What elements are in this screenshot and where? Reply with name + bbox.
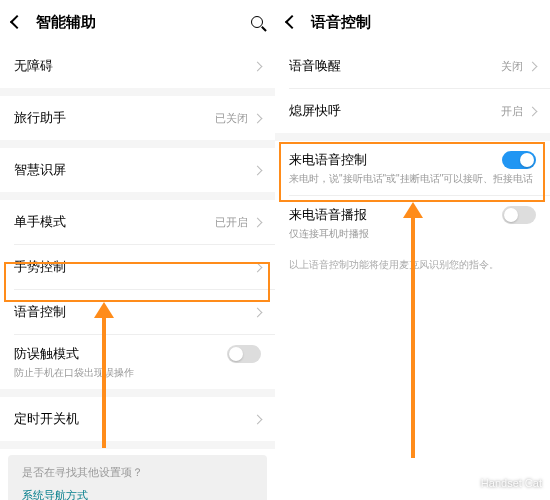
- row-desc: 防止手机在口袋出现误操作: [14, 366, 134, 379]
- suggest-question: 是否在寻找其他设置项？: [22, 465, 253, 480]
- chevron-right-icon: [253, 414, 263, 424]
- row-broadcast[interactable]: 来电语音播报 仅连接耳机时播报: [275, 196, 550, 250]
- row-travel[interactable]: 旅行助手 已关闭: [0, 96, 275, 140]
- broadcast-toggle[interactable]: [502, 206, 536, 224]
- row-desc: 来电时，说"接听电话"或"挂断电话"可以接听、拒接电话: [289, 172, 533, 185]
- row-status: 关闭: [501, 59, 523, 74]
- left-header: 智能辅助: [0, 0, 275, 44]
- row-quick-call[interactable]: 熄屏快呼 开启: [275, 89, 550, 133]
- back-icon[interactable]: [285, 15, 299, 29]
- watermark: Handset Cat: [459, 474, 542, 492]
- footnote: 以上语音控制功能将使用麦克风识别您的指令。: [275, 250, 550, 280]
- row-label: 定时开关机: [14, 410, 254, 428]
- divider: [0, 88, 275, 96]
- divider: [275, 133, 550, 141]
- row-voice-control[interactable]: 语音控制: [0, 290, 275, 334]
- chevron-right-icon: [528, 106, 538, 116]
- row-onehand[interactable]: 单手模式 已开启: [0, 200, 275, 244]
- row-status: 已关闭: [215, 111, 248, 126]
- row-voice-wake[interactable]: 语音唤醒 关闭: [275, 44, 550, 88]
- row-label: 熄屏快呼: [289, 102, 501, 120]
- back-icon[interactable]: [10, 15, 24, 29]
- incoming-voice-toggle[interactable]: [502, 151, 536, 169]
- row-label: 来电语音控制: [289, 151, 502, 169]
- suggest-link[interactable]: 系统导航方式: [22, 488, 253, 500]
- row-desc: 仅连接耳机时播报: [289, 227, 369, 240]
- row-label: 防误触模式: [14, 345, 227, 363]
- chevron-right-icon: [253, 262, 263, 272]
- row-accessibility[interactable]: 无障碍: [0, 44, 275, 88]
- chevron-right-icon: [253, 217, 263, 227]
- row-label: 单手模式: [14, 213, 215, 231]
- divider: [0, 389, 275, 397]
- search-button[interactable]: [251, 16, 263, 28]
- page-title: 语音控制: [311, 13, 371, 32]
- left-screen: 智能辅助 无障碍 旅行助手 已关闭 智慧识屏 单手模式 已开启 手势控制 语音控…: [0, 0, 275, 500]
- row-label: 语音唤醒: [289, 57, 501, 75]
- row-mistouch[interactable]: 防误触模式 防止手机在口袋出现误操作: [0, 335, 275, 389]
- row-label: 无障碍: [14, 57, 254, 75]
- chevron-right-icon: [253, 113, 263, 123]
- chevron-right-icon: [253, 61, 263, 71]
- cat-icon: [459, 474, 477, 492]
- row-timer[interactable]: 定时开关机: [0, 397, 275, 441]
- row-label: 手势控制: [14, 258, 254, 276]
- mistouch-toggle[interactable]: [227, 345, 261, 363]
- row-status: 开启: [501, 104, 523, 119]
- chevron-right-icon: [528, 61, 538, 71]
- row-incoming-voice[interactable]: 来电语音控制 来电时，说"接听电话"或"挂断电话"可以接听、拒接电话: [275, 141, 550, 195]
- row-smartscreen[interactable]: 智慧识屏: [0, 148, 275, 192]
- divider: [0, 441, 275, 449]
- watermark-text: Handset Cat: [481, 477, 542, 489]
- search-icon: [251, 16, 263, 28]
- row-gesture[interactable]: 手势控制: [0, 245, 275, 289]
- row-label: 来电语音播报: [289, 206, 502, 224]
- suggestion-box: 是否在寻找其他设置项？ 系统导航方式: [8, 455, 267, 500]
- divider: [0, 192, 275, 200]
- chevron-right-icon: [253, 307, 263, 317]
- row-label: 旅行助手: [14, 109, 215, 127]
- row-label: 智慧识屏: [14, 161, 254, 179]
- right-screen: 语音控制 语音唤醒 关闭 熄屏快呼 开启 来电语音控制 来电时，说"接听电话"或…: [275, 0, 550, 500]
- row-label: 语音控制: [14, 303, 254, 321]
- page-title: 智能辅助: [36, 13, 96, 32]
- divider: [0, 140, 275, 148]
- right-header: 语音控制: [275, 0, 550, 44]
- chevron-right-icon: [253, 165, 263, 175]
- row-status: 已开启: [215, 215, 248, 230]
